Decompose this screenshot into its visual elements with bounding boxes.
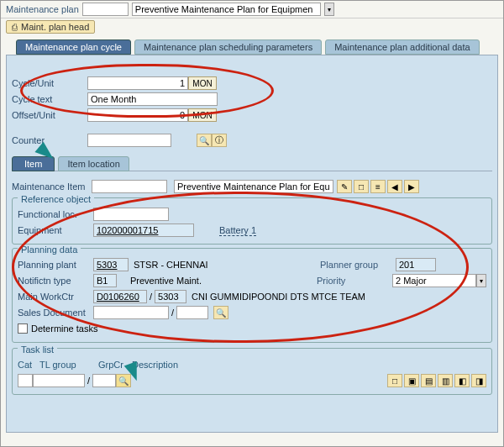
functional-loc-input[interactable] bbox=[93, 208, 169, 221]
tasklist-desc-header: Description bbox=[132, 360, 178, 370]
maint-plan-label: Maintenance plan bbox=[6, 4, 79, 14]
main-workctr-label: Main WorkCtr bbox=[18, 292, 93, 302]
edit-icon[interactable]: ✎ bbox=[337, 180, 352, 193]
cycle-unit-label: Cycle/Unit bbox=[12, 78, 87, 88]
prev-icon[interactable]: ◀ bbox=[387, 180, 402, 193]
maint-item-input[interactable] bbox=[92, 180, 167, 193]
main-workctr-plant-input[interactable] bbox=[155, 290, 186, 303]
tasklist-tlgroup-header: TL group bbox=[39, 360, 98, 370]
maint-plan-desc-f4-icon[interactable]: ▾ bbox=[324, 3, 334, 16]
priority-label: Priority bbox=[317, 276, 392, 286]
planning-plant-desc: STSR - CHENNAI bbox=[134, 260, 208, 270]
equipment-label: Equipment bbox=[18, 225, 93, 235]
sales-doc-search-icon[interactable]: 🔍 bbox=[213, 306, 228, 319]
notif-type-label: Notifictn type bbox=[18, 276, 93, 286]
counter-input[interactable] bbox=[87, 134, 171, 147]
equipment-desc-link[interactable]: Battery 1 bbox=[219, 225, 256, 236]
functional-loc-label: Functional loc. bbox=[18, 209, 93, 219]
tasklist-grpcr-header: GrpCr bbox=[98, 360, 132, 370]
tl-btn-3[interactable]: ▤ bbox=[421, 374, 436, 387]
sales-doc-item-input[interactable] bbox=[176, 306, 208, 319]
tasklist-cat-input[interactable] bbox=[18, 374, 33, 387]
cycle-unit-unit: MON bbox=[188, 76, 217, 90]
maint-plan-head-button[interactable]: ⎙ Maint. plan head bbox=[6, 20, 95, 34]
next-icon[interactable]: ▶ bbox=[404, 180, 419, 193]
tab-item[interactable]: Item bbox=[12, 156, 55, 171]
tl-btn-6[interactable]: ◨ bbox=[471, 374, 486, 387]
cycle-text-input[interactable] bbox=[87, 92, 218, 106]
tl-btn-5[interactable]: ◧ bbox=[454, 374, 470, 387]
planning-data-title: Planning data bbox=[18, 245, 81, 255]
equipment-input[interactable] bbox=[93, 224, 194, 237]
tasklist-cat-header: Cat bbox=[18, 360, 39, 370]
planning-plant-label: Planning plant bbox=[18, 260, 93, 270]
tl-btn-4[interactable]: ▥ bbox=[438, 374, 453, 387]
determine-tasks-label: Determine tasks bbox=[31, 323, 97, 334]
planner-group-input[interactable] bbox=[396, 258, 436, 271]
main-workctr-input[interactable] bbox=[93, 290, 147, 303]
offset-unit-unit: MON bbox=[188, 108, 217, 122]
maint-plan-desc-input[interactable] bbox=[132, 3, 321, 16]
offset-unit-input[interactable] bbox=[87, 108, 188, 122]
main-workctr-desc: CNI GUMMIDIPOONDI DTS MTCE TEAM bbox=[192, 292, 365, 302]
counter-label: Counter bbox=[12, 135, 87, 145]
tasklist-grpcr-input[interactable] bbox=[92, 374, 116, 387]
maint-item-label: Maintenance Item bbox=[12, 181, 92, 192]
tasklist-search-icon[interactable]: 🔍 bbox=[116, 374, 131, 387]
planning-plant-input[interactable] bbox=[93, 258, 129, 271]
cycle-unit-input[interactable] bbox=[87, 76, 188, 90]
new-item-icon[interactable]: □ bbox=[354, 180, 369, 193]
tl-btn-1[interactable]: □ bbox=[387, 374, 402, 387]
sales-doc-input[interactable] bbox=[93, 306, 169, 319]
offset-unit-label: Offset/Unit bbox=[12, 110, 87, 120]
tab-maint-plan-sched-params[interactable]: Maintenance plan scheduling parameters bbox=[134, 39, 322, 55]
tl-btn-2[interactable]: ▣ bbox=[404, 374, 419, 387]
list-icon[interactable]: ≡ bbox=[370, 180, 386, 193]
priority-select[interactable] bbox=[392, 274, 476, 287]
determine-tasks-checkbox[interactable] bbox=[18, 323, 28, 334]
maint-item-desc-input[interactable] bbox=[174, 180, 333, 193]
tab-maint-plan-cycle[interactable]: Maintenance plan cycle bbox=[16, 39, 131, 55]
maint-plan-head-label: Maint. plan head bbox=[21, 22, 89, 32]
notif-type-desc: Preventive Maint. bbox=[130, 276, 202, 286]
info-icon[interactable]: ⓘ bbox=[212, 134, 227, 147]
task-list-title: Task list bbox=[18, 344, 57, 355]
tab-item-location[interactable]: Item location bbox=[58, 156, 129, 171]
binoculars-icon[interactable]: 🔍 bbox=[197, 134, 212, 147]
reference-object-title: Reference object bbox=[18, 194, 94, 204]
cycle-text-label: Cycle text bbox=[12, 94, 87, 104]
tasklist-tlgroup-input[interactable] bbox=[33, 374, 85, 387]
planner-group-label: Planner group bbox=[320, 260, 396, 270]
notif-type-input[interactable] bbox=[93, 274, 117, 287]
priority-dropdown-icon[interactable]: ▾ bbox=[476, 274, 486, 287]
sales-doc-label: Sales Document bbox=[18, 308, 93, 318]
document-icon: ⎙ bbox=[12, 22, 18, 32]
tab-maint-plan-addl-data[interactable]: Maintenance plan additional data bbox=[325, 39, 479, 55]
maint-plan-number-input[interactable] bbox=[82, 3, 129, 16]
